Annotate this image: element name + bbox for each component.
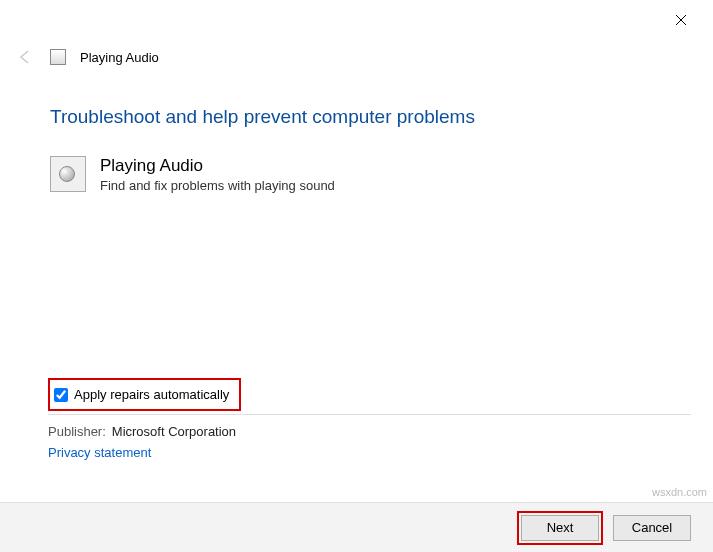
next-button-highlight: Next [517,511,603,545]
item-text: Playing Audio Find and fix problems with… [100,156,335,193]
apply-repairs-checkbox[interactable] [54,388,68,402]
close-icon [675,14,687,26]
publisher-row: Publisher:Microsoft Corporation [48,424,236,439]
window-title: Playing Audio [80,50,159,65]
apply-repairs-checkbox-row: Apply repairs automatically [48,378,241,411]
privacy-statement-link[interactable]: Privacy statement [48,445,236,460]
header-row: Playing Audio [0,40,713,74]
close-button[interactable] [659,4,703,36]
button-bar: Next Cancel [0,502,713,552]
apply-repairs-label: Apply repairs automatically [74,387,229,402]
back-arrow-icon [15,47,35,67]
publisher-value: Microsoft Corporation [112,424,236,439]
cancel-button[interactable]: Cancel [613,515,691,541]
divider [48,414,691,415]
publisher-label: Publisher: [48,424,106,439]
page-headline: Troubleshoot and help prevent computer p… [50,106,663,128]
meta-section: Publisher:Microsoft Corporation Privacy … [48,424,236,460]
app-icon [50,49,66,65]
item-description: Find and fix problems with playing sound [100,178,335,193]
watermark: wsxdn.com [652,486,707,498]
back-button[interactable] [14,46,36,68]
titlebar [0,0,713,40]
next-button[interactable]: Next [521,515,599,541]
troubleshooter-item: Playing Audio Find and fix problems with… [50,156,663,193]
item-title: Playing Audio [100,156,335,176]
speaker-icon [50,156,86,192]
content-area: Troubleshoot and help prevent computer p… [0,74,713,193]
